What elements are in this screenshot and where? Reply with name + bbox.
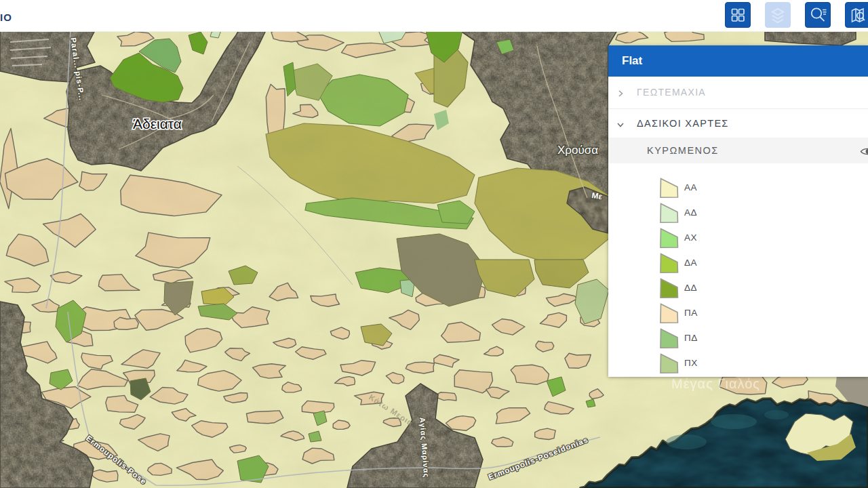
svg-text:Με: Με [591, 190, 604, 201]
svg-text:Άδειατα: Άδειατα [133, 116, 182, 131]
svg-text:Μέγας Γιαλός: Μέγας Γιαλός [671, 376, 760, 391]
svg-text:Χρούσα: Χρούσα [557, 144, 598, 157]
